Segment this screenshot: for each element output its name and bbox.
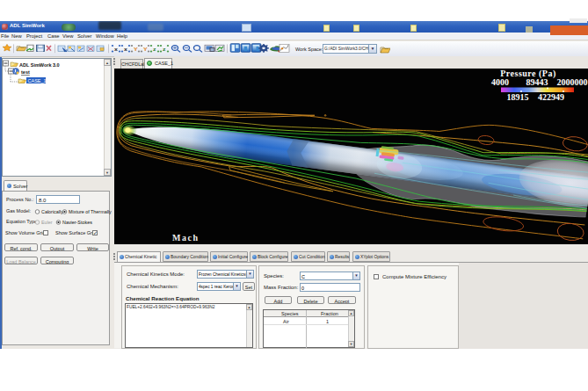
svg-text:18915: 18915: [507, 92, 529, 102]
svg-text:Calorically: Calorically: [41, 209, 63, 214]
svg-text:z: z: [153, 46, 156, 51]
svg-text:Navier-Stokes: Navier-Stokes: [62, 220, 92, 225]
svg-text:Euler: Euler: [41, 220, 53, 225]
svg-text:422949: 422949: [538, 92, 564, 102]
svg-text:4000: 4000: [491, 77, 509, 87]
svg-text:x: x: [124, 46, 127, 51]
svg-text:2000000: 2000000: [557, 77, 588, 87]
svg-text:ADL SimWork 3.0: ADL SimWork 3.0: [19, 62, 60, 68]
svg-text:89443: 89443: [526, 77, 548, 87]
svg-text:CASE_1: CASE_1: [28, 78, 47, 83]
svg-text:z: z: [163, 46, 166, 51]
svg-text:x: x: [114, 46, 118, 51]
svg-text:test: test: [21, 69, 30, 75]
svg-text:Y: Y: [134, 46, 138, 51]
svg-text:Mixture of Thermally: Mixture of Thermally: [69, 209, 112, 214]
svg-text:Mach: Mach: [172, 233, 199, 243]
svg-text:Y: Y: [143, 46, 148, 51]
